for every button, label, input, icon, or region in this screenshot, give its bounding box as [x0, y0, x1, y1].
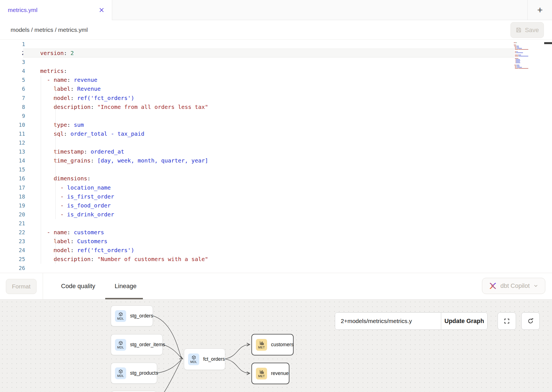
line-number: 12 [0, 138, 25, 147]
code-line-9: 9 [0, 111, 552, 120]
line-number: 18 [0, 192, 25, 201]
line-number: 2 [0, 49, 25, 58]
code-line-7: 7 model: ref('fct_orders') [0, 94, 552, 102]
code-line-6: 6 label: Revenue [0, 84, 552, 93]
editor-toolbar: Format Code quality Lineage dbt Copilot [0, 273, 552, 299]
format-label: Format [12, 283, 31, 290]
code-line-24: 24 model: ref('fct_orders') [0, 246, 552, 255]
code-editor[interactable]: 12version: 234metrics:5 - name: revenue6… [0, 40, 552, 273]
floppy-disk-icon [515, 27, 522, 33]
node-label: fct_orders [203, 356, 225, 362]
lineage-node-partial[interactable] [111, 391, 157, 392]
badge-label: MDL [117, 374, 124, 377]
line-number: 11 [0, 129, 25, 138]
update-graph-button[interactable]: Update Graph [441, 313, 487, 329]
code-line-2: 2version: 2 [0, 49, 552, 58]
tab-code-quality[interactable]: Code quality [53, 273, 103, 299]
code-line-20: 20 - is_drink_order [0, 210, 552, 219]
badge-label: MDL [190, 360, 197, 364]
code-line-12: 12 [0, 138, 552, 147]
cube-icon [118, 369, 123, 374]
breadcrumb: models / metrics / metrics.yml [11, 20, 88, 40]
model-badge: MDL [115, 339, 126, 351]
toolbar-divider [43, 273, 43, 299]
lineage-node-customers[interactable]: MET customers [251, 334, 294, 355]
scrollbar-thumb[interactable] [544, 42, 552, 44]
tab-lineage[interactable]: Lineage [107, 273, 144, 299]
plus-icon: + [537, 4, 543, 15]
node-label: stg_order_items [130, 342, 165, 348]
code-line-25: 25 description: "Number of customers wit… [0, 255, 552, 264]
fullscreen-button[interactable] [498, 312, 516, 330]
code-line-17: 17 - location_name [0, 183, 552, 192]
dbt-copilot-label: dbt Copilot [500, 282, 530, 290]
code-line-10: 10 type: sum [0, 120, 552, 129]
badge-label: MDL [117, 346, 124, 349]
line-number: 15 [0, 165, 25, 174]
close-icon[interactable] [99, 7, 105, 13]
file-header-row: models / metrics / metrics.yml Save [0, 20, 552, 40]
line-number: 22 [0, 228, 25, 237]
indent-guide [55, 85, 56, 219]
lineage-node-stg-products[interactable]: MDL stg_products [111, 363, 157, 384]
code-line-3: 3 [0, 58, 552, 66]
tab-metrics-yml[interactable]: metrics.yml [0, 0, 112, 20]
node-label: stg_orders [130, 313, 153, 319]
model-badge: MDL [188, 353, 199, 365]
line-number: 7 [0, 94, 25, 102]
line-number: 8 [0, 102, 25, 111]
code-line-16: 16 dimensions: [0, 174, 552, 183]
code-line-11: 11 sql: order_total - tax_paid [0, 129, 552, 138]
badge-label: MDL [117, 317, 124, 320]
new-tab-button[interactable]: + [527, 0, 552, 20]
lineage-canvas[interactable]: MDL stg_orders MDL stg_order_items MDL s… [0, 299, 552, 392]
dbt-copilot-button[interactable]: dbt Copilot [482, 278, 545, 294]
lineage-node-stg-orders[interactable]: MDL stg_orders [111, 305, 153, 326]
line-number: 5 [0, 75, 25, 84]
update-graph-label: Update Graph [444, 318, 484, 325]
refresh-icon [527, 318, 534, 324]
line-number: 20 [0, 210, 25, 219]
tab-bar: metrics.yml + [0, 0, 552, 20]
cube-icon [118, 312, 123, 317]
code-line-21: 21 [0, 219, 552, 228]
lineage-node-fct-orders[interactable]: MDL fct_orders [184, 348, 225, 370]
lineage-filter-group: Update Graph [335, 312, 488, 330]
save-button[interactable]: Save [510, 22, 544, 38]
badge-label: MET [258, 346, 265, 349]
tab-lineage-label: Lineage [115, 283, 136, 290]
code-line-5: 5 - name: revenue [0, 75, 552, 84]
cube-icon [191, 355, 196, 360]
lineage-node-revenue[interactable]: MET revenue [251, 363, 289, 384]
line-number: 9 [0, 111, 25, 120]
code-line-26: 26 [0, 264, 552, 273]
line-number: 25 [0, 255, 25, 264]
lineage-node-stg-order-items[interactable]: MDL stg_order_items [111, 334, 163, 355]
node-label: stg_products [130, 370, 158, 376]
line-number: 19 [0, 201, 25, 210]
code-line-13: 13 timestamp: ordered_at [0, 147, 552, 156]
minimap[interactable] [514, 41, 542, 70]
indent-guide [41, 75, 41, 264]
code-line-14: 14 time_grains: [day, week, month, quart… [0, 156, 552, 165]
metric-badge: MET [256, 339, 267, 351]
tab-label: metrics.yml [8, 7, 37, 13]
line-number: 4 [0, 66, 25, 75]
format-button[interactable]: Format [6, 279, 37, 294]
bar-chart-icon [259, 369, 264, 374]
lineage-filter-input[interactable] [335, 313, 441, 329]
cube-icon [118, 341, 123, 345]
fullscreen-icon [503, 318, 510, 324]
badge-label: MET [258, 374, 265, 378]
line-number: 17 [0, 183, 25, 192]
refresh-button[interactable] [521, 312, 540, 330]
line-number: 1 [0, 40, 25, 49]
line-number: 23 [0, 237, 25, 246]
chevron-down-icon [533, 283, 538, 288]
ide-window: metrics.yml + models / metrics / metrics… [0, 0, 552, 392]
metric-badge: MET [256, 368, 267, 379]
code-line-18: 18 - is_first_order [0, 192, 552, 201]
tab-code-quality-label: Code quality [61, 283, 95, 290]
node-label: customers [271, 342, 294, 348]
line-number: 26 [0, 264, 25, 273]
